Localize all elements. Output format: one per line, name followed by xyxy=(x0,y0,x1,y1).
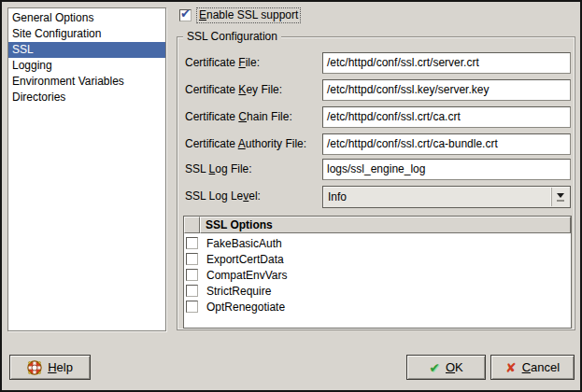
label-text: uthority File: xyxy=(246,137,306,150)
table-row-fakebasicauth[interactable]: ✔ FakeBasicAuth xyxy=(184,235,571,251)
enable-ssl-checkbox[interactable]: ✔ xyxy=(179,9,192,21)
label-mnemonic: F xyxy=(238,56,245,69)
life-preserver-icon xyxy=(27,360,42,375)
label-text: ancel xyxy=(531,360,560,374)
ssl-log-level-label: SSL Log Level: xyxy=(185,186,261,207)
certificate-authority-file-label: Certificate Authority File: xyxy=(185,133,306,155)
certificate-chain-file-input[interactable]: /etc/httpd/conf/ssl.crt/ca.crt xyxy=(322,106,571,128)
label-text: hain File: xyxy=(247,110,292,123)
label-mnemonic: C xyxy=(238,110,247,123)
option-label: OptRenegotiate xyxy=(206,301,285,314)
compatenvvars-checkbox[interactable]: ✔ xyxy=(186,269,198,281)
label-mnemonic: H xyxy=(48,360,56,374)
exportcertdata-checkbox[interactable]: ✔ xyxy=(186,253,198,265)
certificate-file-input[interactable]: /etc/httpd/conf/ssl.crt/server.crt xyxy=(322,52,571,74)
strictrequire-checkbox[interactable]: ✔ xyxy=(186,285,198,297)
checkbox-column-header[interactable] xyxy=(184,217,200,233)
sidebar-item-site-configuration[interactable]: Site Configuration xyxy=(8,26,165,42)
enable-ssl-label-mnemonic: E xyxy=(199,8,206,21)
ok-button-label: OK xyxy=(446,360,463,374)
check-icon: ✔ xyxy=(180,7,191,20)
ssl-options-column-header[interactable]: SSL Options xyxy=(200,217,571,233)
sidebar-item-directories[interactable]: Directories xyxy=(8,90,165,105)
certificate-key-file-input[interactable]: /etc/httpd/conf/ssl.key/server.key xyxy=(322,79,571,101)
label-text: K xyxy=(455,360,463,374)
ssl-log-level-value: Info xyxy=(328,190,347,203)
label-text: ey File: xyxy=(246,83,282,96)
x-icon: ✘ xyxy=(505,360,517,375)
certificate-authority-file-input[interactable]: /etc/httpd/conf/ssl.crt/ca-bundle.crt xyxy=(322,133,571,155)
chevron-down-icon[interactable] xyxy=(551,188,569,206)
ssl-log-level-select[interactable]: Info xyxy=(322,186,571,208)
label-text: Certificate xyxy=(185,110,238,123)
label-text: Certificate xyxy=(185,56,238,69)
table-row-optrenegotiate[interactable]: ✔ OptRenegotiate xyxy=(184,299,571,315)
checkmark-icon: ✔ xyxy=(429,360,440,375)
enable-ssl-label-post: nable SSL support xyxy=(206,8,298,21)
help-button-label: Help xyxy=(48,360,73,374)
option-label: ExportCertData xyxy=(206,253,284,266)
label-text: SSL xyxy=(185,162,209,175)
fakebasicauth-checkbox[interactable]: ✔ xyxy=(186,237,198,249)
certificate-file-label: Certificate File: xyxy=(185,52,260,74)
label-text: SSL Log Le xyxy=(185,189,243,203)
table-row-compatenvvars[interactable]: ✔ CompatEnvVars xyxy=(184,267,571,283)
label-mnemonic: C xyxy=(522,360,531,374)
ssl-configuration-frame-title: SSL Configuration xyxy=(183,30,281,43)
ssl-log-file-label: SSL Log File: xyxy=(185,159,252,180)
optrenegotiate-checkbox[interactable]: ✔ xyxy=(186,301,198,313)
ssl-log-file-input[interactable]: logs/ssl_engine_log xyxy=(322,159,571,180)
certificate-key-file-label: Certificate Key File: xyxy=(185,79,282,101)
certificate-chain-file-label: Certificate Chain File: xyxy=(185,106,292,128)
ssl-options-table-body: ✔ FakeBasicAuth ✔ ExportCertData ✔ Compa… xyxy=(184,233,571,328)
cancel-button-label: Cancel xyxy=(522,360,560,374)
option-label: StrictRequire xyxy=(206,285,271,298)
label-text: el: xyxy=(248,189,261,203)
sidebar-item-general-options[interactable]: General Options xyxy=(8,10,165,26)
label-text: Certificate xyxy=(185,83,238,96)
enable-ssl-label[interactable]: Enable SSL support xyxy=(196,7,301,23)
ssl-options-table-header: SSL Options xyxy=(184,217,571,233)
label-text: Certificate xyxy=(185,137,238,150)
table-row-exportcertdata[interactable]: ✔ ExportCertData xyxy=(184,251,571,267)
category-list: General Options Site Configuration SSL L… xyxy=(7,7,166,331)
label-text: ile: xyxy=(246,56,260,69)
enable-ssl-row: ✔ Enable SSL support xyxy=(179,7,301,23)
label-text: elp xyxy=(57,360,73,374)
label-mnemonic: A xyxy=(238,137,246,150)
sidebar-item-logging[interactable]: Logging xyxy=(8,58,165,74)
ssl-options-table: SSL Options ✔ FakeBasicAuth ✔ ExportCert… xyxy=(183,216,572,329)
option-label: CompatEnvVars xyxy=(206,269,287,282)
label-mnemonic: O xyxy=(446,360,455,374)
sidebar-item-ssl[interactable]: SSL xyxy=(8,42,165,58)
dialog-window: General Options Site Configuration SSL L… xyxy=(0,0,582,392)
help-button[interactable]: Help xyxy=(9,355,91,380)
label-text: og File: xyxy=(215,162,251,175)
cancel-button[interactable]: ✘ Cancel xyxy=(490,355,575,380)
table-row-strictrequire[interactable]: ✔ StrictRequire xyxy=(184,283,571,299)
ok-button[interactable]: ✔ OK xyxy=(406,355,486,380)
option-label: FakeBasicAuth xyxy=(206,237,282,250)
sidebar-item-environment-variables[interactable]: Environment Variables xyxy=(8,74,165,90)
